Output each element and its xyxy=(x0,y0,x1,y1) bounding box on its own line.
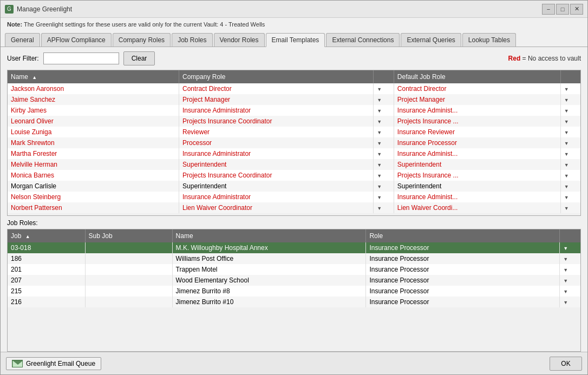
job-role-arrow[interactable]: ▼ xyxy=(560,264,580,275)
clear-button[interactable]: Clear xyxy=(123,51,155,65)
user-company-cell: Superintendent xyxy=(179,181,374,192)
job-table-row[interactable]: 207 Wood Elementary School Insurance Pro… xyxy=(8,275,580,286)
no-access-info: Red = No access to vault xyxy=(508,55,581,62)
user-name-cell: Melville Herman xyxy=(8,159,179,170)
user-table-row[interactable]: Martha Forester Insurance Administrator … xyxy=(8,148,580,159)
defaultjob-dropdown-arrow[interactable]: ▼ xyxy=(560,202,580,213)
minimize-button[interactable]: − xyxy=(542,4,555,15)
defaultjob-dropdown-arrow[interactable]: ▼ xyxy=(560,83,580,94)
greenlight-email-queue-button[interactable]: Greenlight Email Queue xyxy=(6,357,101,370)
user-col-company[interactable]: Company Role xyxy=(179,70,374,83)
company-dropdown-arrow[interactable]: ▼ xyxy=(374,94,394,105)
company-dropdown-arrow[interactable]: ▼ xyxy=(374,192,394,202)
defaultjob-dropdown-arrow[interactable]: ▼ xyxy=(560,94,580,105)
defaultjob-dropdown-arrow[interactable]: ▼ xyxy=(560,159,580,170)
no-access-red-label: Red xyxy=(508,55,521,62)
tab-external-connections[interactable]: External Connections xyxy=(326,33,400,47)
job-role-arrow[interactable]: ▼ xyxy=(560,297,580,307)
user-company-cell: Processor xyxy=(179,137,374,148)
user-table-row[interactable]: Melville Herman Superintendent ▼ Superin… xyxy=(8,159,580,170)
job-col-subjob[interactable]: Sub Job xyxy=(85,229,172,242)
job-table-row[interactable]: 201 Trappen Motel Insurance Processor ▼ xyxy=(8,264,580,275)
bottom-bar: Greenlight Email Queue OK xyxy=(1,352,587,374)
user-table-row[interactable]: Nelson Steinberg Insurance Administrator… xyxy=(8,192,580,202)
user-table-row[interactable]: Leonard Oliver Projects Insurance Coordi… xyxy=(8,116,580,127)
defaultjob-dropdown-arrow[interactable]: ▼ xyxy=(560,170,580,181)
user-table-row[interactable]: Kirby James Insurance Administrator ▼ In… xyxy=(8,105,580,116)
defaultjob-dropdown-arrow[interactable]: ▼ xyxy=(560,181,580,192)
tab-vendor-roles[interactable]: Vendor Roles xyxy=(214,33,265,47)
tab-email-templates[interactable]: Email Templates xyxy=(266,33,325,47)
company-dropdown-arrow[interactable]: ▼ xyxy=(374,127,394,137)
company-dropdown-arrow[interactable]: ▼ xyxy=(374,137,394,148)
job-name-cell: M.K. Willoughby Hospital Annex xyxy=(172,242,366,253)
job-table-row[interactable]: 216 Jimenez Burrito #10 Insurance Proces… xyxy=(8,297,580,307)
job-role-arrow[interactable]: ▼ xyxy=(560,286,580,297)
user-filter-input[interactable] xyxy=(43,52,119,64)
user-company-cell: Reviewer xyxy=(179,127,374,137)
job-subjob-cell xyxy=(85,253,172,264)
main-content: Name ▲ Company Role Default Job Role xyxy=(1,70,587,352)
restore-button[interactable]: □ xyxy=(556,4,569,15)
job-role-arrow[interactable]: ▼ xyxy=(560,253,580,264)
tab-external-queries[interactable]: External Queries xyxy=(401,33,461,47)
job-role-arrow[interactable]: ▼ xyxy=(560,275,580,286)
user-table-row[interactable]: Morgan Carlisle Superintendent ▼ Superin… xyxy=(8,181,580,192)
defaultjob-dropdown-arrow[interactable]: ▼ xyxy=(560,137,580,148)
user-defaultjob-cell: Insurance Administ... xyxy=(394,148,560,159)
user-table-row[interactable]: Jackson Aaronson Contract Director ▼ Con… xyxy=(8,83,580,94)
defaultjob-dropdown-arrow[interactable]: ▼ xyxy=(560,105,580,116)
job-table-row[interactable]: 186 Williams Post Office Insurance Proce… xyxy=(8,253,580,264)
company-dropdown-arrow[interactable]: ▼ xyxy=(374,148,394,159)
user-name-cell: Leonard Oliver xyxy=(8,116,179,127)
job-job-cell: 216 xyxy=(8,297,85,307)
user-defaultjob-cell: Insurance Reviewer xyxy=(394,127,560,137)
close-button[interactable]: ✕ xyxy=(570,4,583,15)
user-table-row[interactable]: Monica Barnes Projects Insurance Coordin… xyxy=(8,170,580,181)
company-dropdown-arrow[interactable]: ▼ xyxy=(374,105,394,116)
job-role-arrow[interactable]: ▼ xyxy=(560,242,580,253)
filter-bar: User Filter: Clear Red = No access to va… xyxy=(1,47,587,70)
name-sort-icon: ▲ xyxy=(32,75,37,80)
tab-lookup-tables[interactable]: Lookup Tables xyxy=(462,33,516,47)
ok-button[interactable]: OK xyxy=(550,357,582,371)
job-job-cell: 207 xyxy=(8,275,85,286)
job-col-name[interactable]: Name xyxy=(172,229,366,242)
job-subjob-cell xyxy=(85,242,172,253)
tab-apflow[interactable]: APFlow Compliance xyxy=(41,33,112,47)
defaultjob-dropdown-arrow[interactable]: ▼ xyxy=(560,127,580,137)
company-dropdown-arrow[interactable]: ▼ xyxy=(374,170,394,181)
company-dropdown-arrow[interactable]: ▼ xyxy=(374,202,394,213)
tab-company-roles[interactable]: Company Roles xyxy=(113,33,171,47)
user-table-row[interactable]: Louise Zuniga Reviewer ▼ Insurance Revie… xyxy=(8,127,580,137)
user-table-row[interactable]: Norbert Pattersen Lien Waiver Coordinato… xyxy=(8,202,580,213)
title-bar: G Manage Greenlight − □ ✕ xyxy=(1,1,587,18)
job-col-role[interactable]: Role xyxy=(366,229,560,242)
defaultjob-dropdown-arrow[interactable]: ▼ xyxy=(560,148,580,159)
user-col-name[interactable]: Name ▲ xyxy=(8,70,179,83)
user-table-row[interactable]: Mark Shrewton Processor ▼ Insurance Proc… xyxy=(8,137,580,148)
company-dropdown-arrow[interactable]: ▼ xyxy=(374,159,394,170)
company-dropdown-arrow[interactable]: ▼ xyxy=(374,116,394,127)
user-name-cell: Jaime Sanchez xyxy=(8,94,179,105)
tab-job-roles[interactable]: Job Roles xyxy=(172,33,212,47)
defaultjob-dropdown-arrow[interactable]: ▼ xyxy=(560,192,580,202)
user-name-cell: Kirby James xyxy=(8,105,179,116)
company-dropdown-arrow[interactable]: ▼ xyxy=(374,181,394,192)
user-table-row[interactable]: Jaime Sanchez Project Manager ▼ Project … xyxy=(8,94,580,105)
job-col-job[interactable]: Job ▲ xyxy=(8,229,85,242)
user-name-cell: Norbert Pattersen xyxy=(8,202,179,213)
job-role-cell: Insurance Processor xyxy=(366,297,560,307)
job-role-cell: Insurance Processor xyxy=(366,242,560,253)
user-col-default[interactable]: Default Job Role xyxy=(394,70,560,83)
job-table-row[interactable]: 215 Jimenez Burrito #8 Insurance Process… xyxy=(8,286,580,297)
job-table-container: Job ▲ Sub Job Name Role xyxy=(7,229,581,352)
job-table-row[interactable]: 03-018 M.K. Willoughby Hospital Annex In… xyxy=(8,242,580,253)
job-role-cell: Insurance Processor xyxy=(366,275,560,286)
job-job-cell: 201 xyxy=(8,264,85,275)
job-name-cell: Wood Elementary School xyxy=(172,275,366,286)
defaultjob-dropdown-arrow[interactable]: ▼ xyxy=(560,116,580,127)
window-title: Manage Greenlight xyxy=(17,5,542,13)
company-dropdown-arrow[interactable]: ▼ xyxy=(374,83,394,94)
tab-general[interactable]: General xyxy=(5,33,40,47)
